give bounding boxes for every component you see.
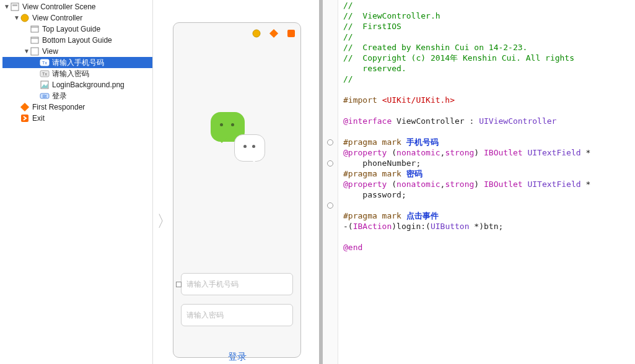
code-line[interactable]: #import <UIKit/UIKit.h>	[343, 95, 630, 105]
btn-icon: Bt	[40, 91, 50, 101]
device-frame[interactable]: 请输入手机号码 请输入密码 登录	[173, 22, 301, 358]
first-icon	[20, 102, 30, 112]
code-line[interactable]: #pragma mark 点击事件	[343, 210, 630, 221]
outline-vc[interactable]: ▼View Controller	[2, 12, 152, 24]
code-line[interactable]: -(IBAction)login:(UIButton *)btn;	[343, 221, 630, 232]
disclosure-icon[interactable]: ▼	[14, 12, 20, 24]
gutter-line[interactable]	[323, 105, 338, 116]
svg-rect-19	[269, 29, 278, 38]
gutter-line[interactable]	[323, 221, 338, 232]
gutter-line[interactable]	[323, 53, 338, 63]
outline-btnLogin[interactable]: Bt登录	[2, 90, 152, 102]
svg-rect-0	[11, 3, 19, 11]
ib-canvas[interactable]: 〉	[153, 0, 323, 364]
outline-scene[interactable]: ▼View Controller Scene	[2, 1, 152, 12]
gutter-line[interactable]	[323, 168, 338, 179]
svg-point-18	[253, 30, 260, 37]
tx-icon: Tx	[40, 69, 50, 79]
selection-handle[interactable]	[176, 282, 182, 287]
code-line[interactable]	[343, 84, 630, 95]
connection-dot-icon	[327, 139, 333, 145]
outline-label: Exit	[32, 113, 48, 124]
code-line[interactable]: @interface ViewController : UIViewContro…	[343, 116, 630, 126]
svg-text:Tx: Tx	[42, 61, 47, 65]
gutter-line[interactable]	[323, 210, 338, 221]
gutter-line[interactable]	[323, 232, 338, 242]
code-line[interactable]: // Copyright (c) 2014年 Kenshin Cui. All …	[343, 53, 630, 63]
code-line[interactable]	[343, 200, 630, 210]
code-line[interactable]: //	[343, 74, 630, 84]
wechat-logo-icon	[209, 112, 265, 162]
scene-toolbar	[173, 23, 300, 44]
svg-rect-17	[21, 115, 28, 122]
svg-text:Tx: Tx	[42, 72, 47, 76]
outline-view[interactable]: ▼View	[2, 46, 152, 57]
gutter-line[interactable]	[323, 21, 338, 32]
gutter-line[interactable]	[323, 0, 338, 11]
code-line[interactable]: @property (nonatomic,strong) IBOutlet UI…	[343, 179, 630, 189]
gutter-line[interactable]	[323, 84, 338, 95]
phone-placeholder: 请输入手机号码	[186, 279, 239, 290]
code-area[interactable]: //// ViewController.h// FirstIOS//// Cre…	[338, 0, 635, 364]
code-line[interactable]	[343, 105, 630, 116]
gutter-line[interactable]	[323, 189, 338, 200]
gutter-line[interactable]	[323, 126, 338, 137]
outline-label: View Controller Scene	[22, 1, 100, 12]
code-editor[interactable]: //// ViewController.h// FirstIOS//// Cre…	[323, 0, 635, 364]
shield-icon[interactable]	[251, 28, 262, 39]
cube-icon[interactable]	[268, 28, 279, 39]
gutter-line[interactable]	[323, 137, 338, 147]
gutter-line[interactable]	[323, 147, 338, 158]
gutter-line[interactable]	[323, 95, 338, 105]
outline-label: 登录	[52, 90, 71, 102]
connection-dot-icon	[327, 202, 333, 209]
svg-point-2	[21, 14, 28, 22]
outline-topGuide[interactable]: Top Layout Guide	[2, 24, 152, 35]
gutter-line[interactable]	[323, 242, 338, 253]
img-icon	[40, 80, 50, 90]
editor-gutter[interactable]	[323, 0, 338, 364]
code-line[interactable]: //	[343, 0, 630, 11]
outline-firstResp[interactable]: First Responder	[2, 102, 152, 113]
document-outline[interactable]: ▼View Controller Scene▼View ControllerTo…	[0, 0, 153, 364]
gutter-line[interactable]	[323, 200, 338, 210]
gutter-line[interactable]	[323, 32, 338, 42]
code-line[interactable]: phoneNumber;	[343, 158, 630, 168]
code-line[interactable]: #pragma mark 密码	[343, 168, 630, 179]
guide-icon	[30, 35, 40, 45]
code-line[interactable]: // Created by Kenshin Cui on 14-2-23.	[343, 42, 630, 53]
gutter-line[interactable]	[323, 179, 338, 189]
gutter-line[interactable]	[323, 42, 338, 53]
view-icon	[30, 46, 40, 56]
gutter-line[interactable]	[323, 63, 338, 74]
code-line[interactable]	[343, 232, 630, 242]
outline-botGuide[interactable]: Bottom Layout Guide	[2, 35, 152, 46]
outline-loginImg[interactable]: LoginBackground.png	[2, 79, 152, 90]
code-line[interactable]: @end	[343, 242, 630, 253]
panel-icon[interactable]	[286, 28, 297, 39]
scene-icon	[10, 2, 20, 12]
code-line[interactable]: // ViewController.h	[343, 11, 630, 21]
gutter-line[interactable]	[323, 158, 338, 168]
login-button[interactable]: 登录	[228, 351, 247, 362]
code-line[interactable]: password;	[343, 189, 630, 200]
code-line[interactable]: //	[343, 32, 630, 42]
code-line[interactable]: // FirstIOS	[343, 21, 630, 32]
outline-txtPhone[interactable]: Tx请输入手机号码	[2, 57, 152, 68]
code-line[interactable]	[343, 126, 630, 137]
disclosure-icon[interactable]: ▼	[4, 1, 10, 12]
svg-rect-16	[20, 103, 29, 111]
gutter-line[interactable]	[323, 11, 338, 21]
disclosure-icon[interactable]: ▼	[24, 46, 30, 57]
gutter-line[interactable]	[323, 74, 338, 84]
outline-txtPwd[interactable]: Tx请输入密码	[2, 68, 152, 79]
outline-exit[interactable]: Exit	[2, 113, 152, 124]
code-line[interactable]: reserved.	[343, 63, 630, 74]
connection-dot-icon	[327, 160, 333, 167]
outline-label: 请输入密码	[52, 68, 93, 79]
gutter-line[interactable]	[323, 116, 338, 126]
code-line[interactable]: #pragma mark 手机号码	[343, 137, 630, 147]
password-input[interactable]: 请输入密码	[181, 304, 293, 326]
phone-input[interactable]: 请输入手机号码	[181, 273, 293, 295]
code-line[interactable]: @property (nonatomic,strong) IBOutlet UI…	[343, 147, 630, 158]
